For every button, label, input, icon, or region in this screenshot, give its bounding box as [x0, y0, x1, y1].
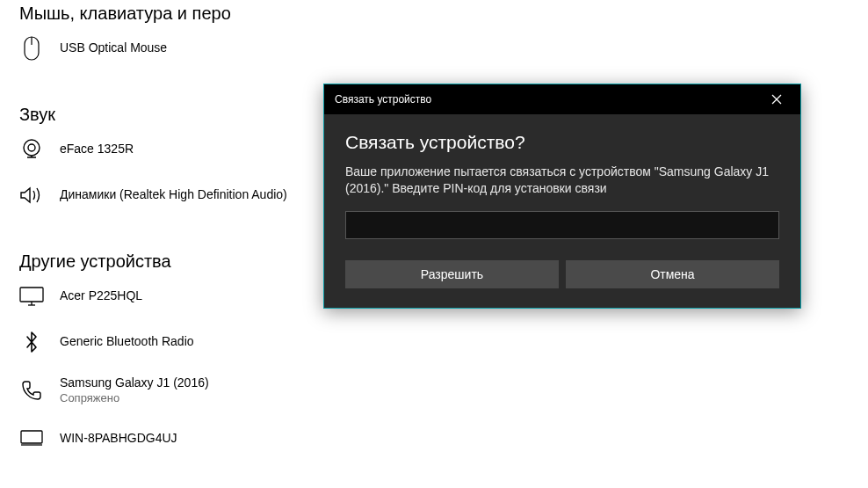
svg-rect-7: [21, 431, 42, 443]
device-name: Samsung Galaxy J1 (2016): [60, 375, 209, 391]
close-icon[interactable]: [763, 86, 790, 113]
device-name: Generic Bluetooth Radio: [60, 334, 194, 350]
speaker-icon: [19, 183, 44, 208]
mouse-icon: [19, 36, 44, 61]
svg-point-2: [24, 140, 40, 156]
dialog-titlebar-text: Связать устройство: [335, 93, 431, 106]
device-name: Динамики (Realtek High Definition Audio): [60, 187, 287, 203]
device-row-computer[interactable]: WIN-8PABHGDG4UJ: [19, 426, 849, 451]
device-row-bluetooth[interactable]: Generic Bluetooth Radio: [19, 330, 849, 354]
pair-device-dialog: Связать устройство Связать устройство? В…: [323, 84, 801, 309]
device-name: eFace 1325R: [60, 142, 134, 157]
dialog-text: Ваше приложение пытается связаться с уст…: [345, 164, 779, 197]
section-header-mouse-keyboard-pen: Мышь, клавиатура и перо: [19, 0, 849, 24]
monitor-icon: [19, 284, 44, 309]
computer-icon: [19, 426, 44, 451]
svg-rect-4: [20, 288, 43, 302]
device-name: Acer P225HQL: [60, 288, 142, 304]
webcam-icon: [19, 137, 44, 162]
dialog-titlebar: Связать устройство: [324, 84, 800, 114]
pin-input[interactable]: [345, 211, 779, 239]
cancel-button[interactable]: Отмена: [566, 260, 779, 288]
device-row-phone[interactable]: Samsung Galaxy J1 (2016) Сопряжено: [19, 375, 849, 405]
allow-button[interactable]: Разрешить: [345, 260, 559, 288]
device-name: WIN-8PABHGDG4UJ: [60, 431, 177, 447]
device-status: Сопряжено: [60, 391, 209, 405]
device-name: USB Optical Mouse: [60, 40, 167, 56]
svg-point-3: [28, 144, 35, 151]
dialog-heading: Связать устройство?: [345, 132, 779, 153]
device-row-mouse[interactable]: USB Optical Mouse: [19, 36, 849, 61]
phone-icon: [19, 378, 44, 403]
bluetooth-icon: [19, 330, 44, 354]
